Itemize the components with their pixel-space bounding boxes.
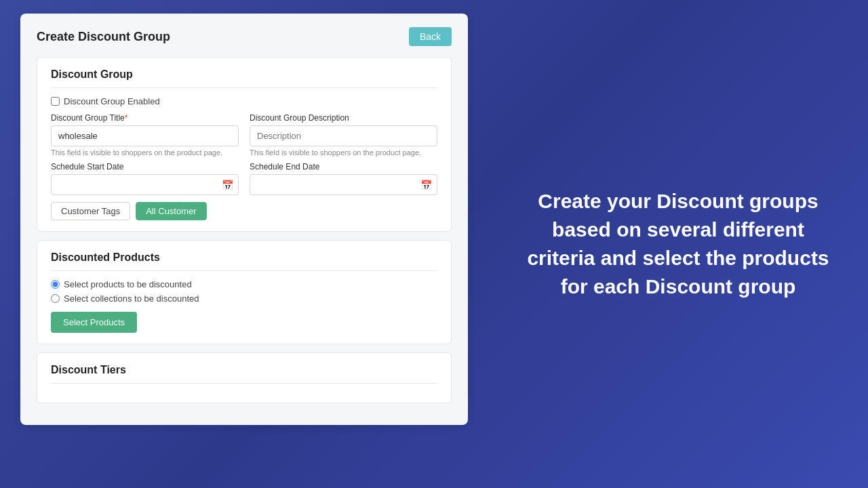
discounted-products-title: Discounted Products: [51, 251, 437, 271]
back-button[interactable]: Back: [409, 27, 452, 46]
product-radio-group: Select products to be discounted Select …: [51, 279, 437, 304]
radio-select-products[interactable]: [51, 280, 60, 289]
radio-row-products[interactable]: Select products to be discounted: [51, 279, 437, 289]
end-date-label: Schedule End Date: [250, 162, 437, 171]
start-date-wrapper: 📅: [51, 174, 239, 195]
description-label: Discount Group Description: [250, 113, 437, 123]
title-hint: This field is visible to shoppers on the…: [51, 148, 239, 157]
description-input[interactable]: [250, 125, 437, 146]
radio-select-collections[interactable]: [51, 294, 60, 303]
enabled-checkbox-row[interactable]: Discount Group Enabled: [51, 96, 437, 106]
promo-text: Create your Discount groups based on sev…: [522, 187, 834, 301]
end-date-input[interactable]: [250, 174, 437, 195]
description-field: Discount Group Description This field is…: [250, 113, 437, 157]
title-field: Discount Group Title* This field is visi…: [51, 113, 239, 157]
enabled-checkbox[interactable]: [51, 97, 60, 106]
form-container: Create Discount Group Back Discount Grou…: [20, 14, 468, 425]
radio-collections-label: Select collections to be discounted: [64, 293, 199, 304]
tags-row: Customer Tags All Customer: [51, 202, 437, 220]
end-calendar-icon[interactable]: 📅: [420, 180, 432, 190]
form-header: Create Discount Group Back: [37, 27, 452, 46]
discounted-products-section: Discounted Products Select products to b…: [37, 240, 452, 344]
start-date-input[interactable]: [51, 174, 239, 195]
start-date-label: Schedule Start Date: [51, 162, 239, 171]
select-products-button[interactable]: Select Products: [51, 312, 137, 333]
enabled-label: Discount Group Enabled: [64, 96, 160, 106]
end-date-field: Schedule End Date 📅: [250, 162, 437, 195]
discount-group-section-title: Discount Group: [51, 68, 437, 88]
radio-row-collections[interactable]: Select collections to be discounted: [51, 293, 437, 304]
title-label: Discount Group Title*: [51, 113, 239, 123]
discount-tiers-section: Discount Tiers: [37, 352, 452, 403]
radio-products-label: Select products to be discounted: [64, 279, 192, 289]
customer-tags-button[interactable]: Customer Tags: [51, 202, 130, 220]
left-panel: Create Discount Group Back Discount Grou…: [0, 0, 488, 488]
start-date-field: Schedule Start Date 📅: [51, 162, 239, 195]
discount-group-section: Discount Group Discount Group Enabled Di…: [37, 57, 452, 232]
discount-tiers-title: Discount Tiers: [51, 364, 437, 384]
end-date-wrapper: 📅: [250, 174, 437, 195]
schedule-row: Schedule Start Date 📅 Schedule End Date …: [51, 162, 437, 195]
title-description-row: Discount Group Title* This field is visi…: [51, 113, 437, 157]
title-input[interactable]: [51, 125, 239, 146]
start-calendar-icon[interactable]: 📅: [222, 180, 233, 190]
all-customer-button[interactable]: All Customer: [136, 202, 206, 220]
page-title: Create Discount Group: [37, 30, 170, 44]
description-hint: This field is visible to shoppers on the…: [250, 148, 437, 157]
right-panel: Create your Discount groups based on sev…: [488, 160, 868, 328]
